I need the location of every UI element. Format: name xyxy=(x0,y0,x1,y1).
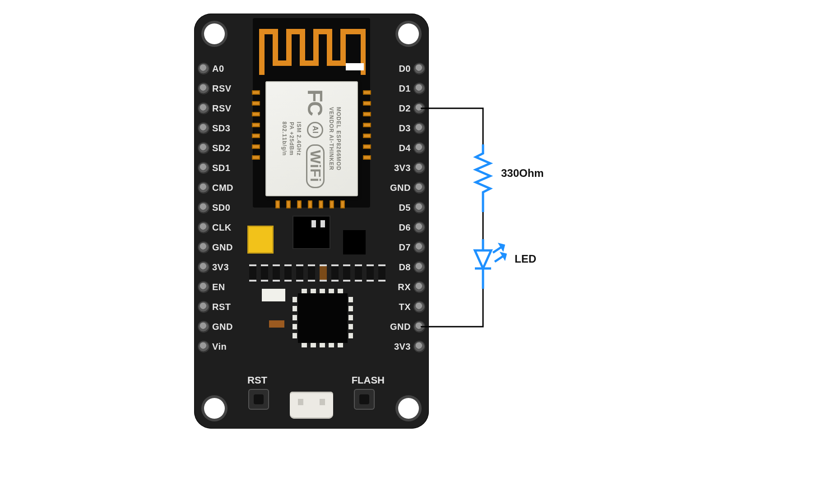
mount-hole-icon xyxy=(398,23,419,44)
pin-label: SD0 xyxy=(212,203,230,213)
castellation-icon xyxy=(252,90,260,160)
pin-hole-icon xyxy=(199,342,209,351)
pin-d1: D1 xyxy=(390,79,424,98)
pin-hole-icon xyxy=(414,242,424,252)
pin-gnd: GND xyxy=(199,237,233,257)
pin-label: SD3 xyxy=(212,123,230,134)
rf-shield: MODEL ESP8266MOD VENDOR AI-THINKER FC AI… xyxy=(265,81,358,196)
pin-hole-icon xyxy=(199,123,209,133)
diagram-stage: A0RSVRSVSD3SD2SD1CMDSD0CLKGND3V3ENRSTGND… xyxy=(0,0,822,504)
pin-label: RST xyxy=(212,302,231,312)
pin-d5: D5 xyxy=(390,198,424,217)
pin-3v3: 3V3 xyxy=(390,158,424,178)
pin-d3: D3 xyxy=(390,118,424,138)
pin-label: GND xyxy=(212,322,233,332)
pin-label: CLK xyxy=(212,222,232,233)
pin-label: D7 xyxy=(399,242,411,253)
pin-hole-icon xyxy=(199,203,209,213)
resistor-value-label: 330Ohm xyxy=(501,167,544,180)
module-model: MODEL ESP8266MOD xyxy=(336,107,342,171)
pin-sd1: SD1 xyxy=(199,158,233,178)
flash-button[interactable] xyxy=(354,389,375,410)
pin-label: CMD xyxy=(212,183,233,193)
usb-uart-chip-icon xyxy=(298,293,348,343)
pin-3v3: 3V3 xyxy=(199,257,233,277)
pin-label: GND xyxy=(390,322,411,332)
pin-hole-icon xyxy=(414,342,424,351)
pin-hole-icon xyxy=(199,183,209,193)
svg-marker-1 xyxy=(475,250,491,268)
pin-hole-icon xyxy=(199,163,209,173)
fc-mark-icon: FC xyxy=(303,89,328,115)
smd-chip-icon xyxy=(262,289,285,301)
pin-header-right: D0D1D2D3D43V3GNDD5D6D7D8RXTXGND3V3 xyxy=(390,59,424,356)
svg-line-6 xyxy=(495,254,506,262)
pin-hole-icon xyxy=(414,203,424,213)
pin-vin: Vin xyxy=(199,337,233,356)
ai-logo-icon: AI xyxy=(307,122,324,138)
module-pa: PA +25dBm xyxy=(289,122,295,156)
pin-d0: D0 xyxy=(390,59,424,79)
pin-hole-icon xyxy=(199,322,209,332)
pin-cmd: CMD xyxy=(199,178,233,198)
led-icon xyxy=(475,239,506,289)
pin-label: GND xyxy=(212,242,233,253)
pin-3v3: 3V3 xyxy=(390,337,424,356)
pin-label: A0 xyxy=(212,64,224,74)
pin-label: D8 xyxy=(399,262,411,273)
pin-hole-icon xyxy=(199,64,209,74)
castellation-icon xyxy=(363,90,371,160)
pin-gnd: GND xyxy=(390,317,424,337)
pin-label: 3V3 xyxy=(394,163,411,173)
rst-button[interactable] xyxy=(248,389,269,410)
pin-hole-icon xyxy=(199,242,209,252)
pin-label: SD1 xyxy=(212,163,230,173)
pin-hole-icon xyxy=(414,143,424,153)
pin-hole-icon xyxy=(414,262,424,272)
led-label: LED xyxy=(515,253,536,265)
pin-hole-icon xyxy=(199,282,209,292)
pin-label: 3V3 xyxy=(394,342,411,352)
pin-label: D3 xyxy=(399,123,411,134)
pin-d4: D4 xyxy=(390,138,424,158)
pin-label: D6 xyxy=(399,222,411,233)
flash-button-label: FLASH xyxy=(352,375,385,386)
pin-label: D4 xyxy=(399,143,411,153)
svg-marker-5 xyxy=(500,245,504,249)
pin-hole-icon xyxy=(199,222,209,232)
module-std: 802.11b/g/n xyxy=(282,121,288,156)
smd-cap-icon xyxy=(269,320,284,328)
pin-rsv: RSV xyxy=(199,98,233,118)
pin-d7: D7 xyxy=(390,237,424,257)
mount-hole-icon xyxy=(204,398,225,419)
tantalum-cap-icon xyxy=(247,226,274,254)
pin-gnd: GND xyxy=(199,317,233,337)
voltage-regulator-icon xyxy=(293,217,330,248)
pin-clk: CLK xyxy=(199,217,233,237)
pin-hole-icon xyxy=(199,262,209,272)
pin-a0: A0 xyxy=(199,59,233,79)
pin-label: RX xyxy=(398,282,411,292)
pin-label: D1 xyxy=(399,83,411,94)
pin-label: 3V3 xyxy=(212,262,229,273)
pin-hole-icon xyxy=(199,143,209,153)
module-ism: ISM 2.4GHz xyxy=(296,122,302,156)
pin-d2: D2 xyxy=(390,98,424,118)
esp8266-module: MODEL ESP8266MOD VENDOR AI-THINKER FC AI… xyxy=(253,18,370,208)
svg-line-4 xyxy=(493,245,504,253)
pin-tx: TX xyxy=(390,297,424,317)
pin-d8: D8 xyxy=(390,257,424,277)
module-vendor: VENDOR AI-THINKER xyxy=(329,107,335,171)
smd-row-icon xyxy=(249,266,385,280)
pin-hole-icon xyxy=(414,183,424,193)
pin-hole-icon xyxy=(414,282,424,292)
mount-hole-icon xyxy=(204,23,225,44)
rst-button-label: RST xyxy=(247,375,267,386)
pin-sd0: SD0 xyxy=(199,198,233,217)
transistor-icon xyxy=(343,230,366,254)
wifi-mark-icon: WiFi xyxy=(306,144,325,188)
pin-en: EN xyxy=(199,277,233,297)
pin-hole-icon xyxy=(414,83,424,93)
pin-sd3: SD3 xyxy=(199,118,233,138)
pin-label: D2 xyxy=(399,103,411,114)
